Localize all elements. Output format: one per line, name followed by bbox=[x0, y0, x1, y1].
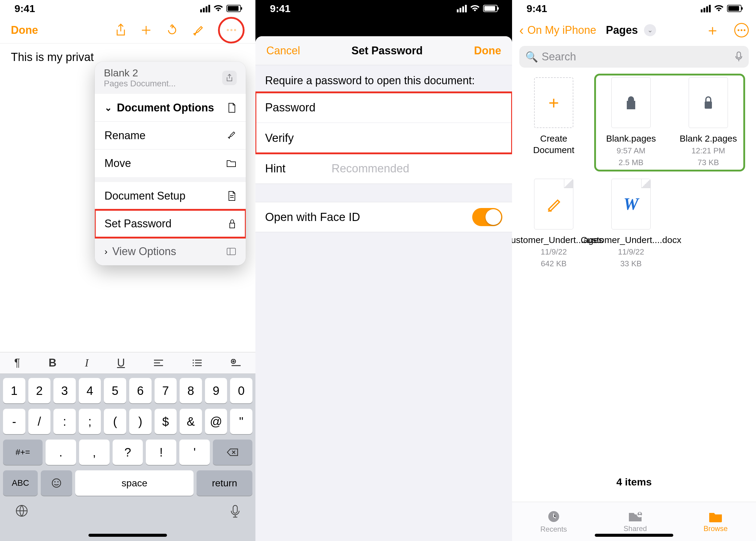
menu-document-setup[interactable]: Document Setup bbox=[95, 182, 246, 210]
hint-field[interactable]: Hint Recommended bbox=[256, 153, 512, 184]
file-tile[interactable]: W Customer_Undert....docx 11/9/22 33 KB bbox=[598, 179, 664, 269]
key-space[interactable]: space bbox=[75, 470, 194, 496]
popover-share-button[interactable] bbox=[222, 71, 237, 85]
key-abc[interactable]: ABC bbox=[3, 470, 38, 496]
key[interactable]: , bbox=[79, 440, 110, 465]
toolbar-icons bbox=[115, 17, 245, 43]
key[interactable]: & bbox=[180, 409, 202, 434]
key[interactable]: $ bbox=[155, 409, 177, 434]
key[interactable]: ? bbox=[113, 440, 143, 465]
mic-icon[interactable] bbox=[735, 51, 743, 62]
locked-files-highlight: Blank.pages 9:57 AM 2.5 MB Blank 2.pages… bbox=[598, 77, 742, 168]
plus-icon[interactable] bbox=[141, 25, 152, 36]
faceid-switch[interactable] bbox=[472, 208, 502, 226]
password-fields-highlight: Password Verify bbox=[256, 92, 512, 153]
chevron-right-icon: › bbox=[105, 247, 108, 257]
key[interactable]: ! bbox=[146, 440, 176, 465]
popover-header: Blank 2 Pages Document... bbox=[95, 62, 246, 94]
insert-icon[interactable] bbox=[231, 359, 241, 367]
more-icon[interactable] bbox=[227, 29, 236, 31]
password-field[interactable]: Password bbox=[256, 93, 512, 123]
home-indicator bbox=[89, 534, 167, 537]
key[interactable]: 8 bbox=[180, 378, 202, 403]
key[interactable]: - bbox=[3, 409, 25, 434]
list-icon[interactable] bbox=[192, 359, 202, 367]
wifi-icon bbox=[214, 5, 223, 12]
menu-set-password-highlight[interactable]: Set Password bbox=[95, 210, 246, 238]
keyboard-row-3: #+= . , ? ! ' bbox=[3, 440, 253, 465]
done-button[interactable]: Done bbox=[474, 44, 501, 57]
svg-rect-13 bbox=[705, 101, 712, 109]
home-indicator bbox=[595, 534, 673, 537]
key[interactable]: 6 bbox=[129, 378, 152, 403]
search-placeholder: Search bbox=[542, 50, 731, 63]
location-title: Pages bbox=[606, 24, 638, 37]
faceid-toggle-row: Open with Face ID bbox=[256, 202, 512, 232]
signal-icon bbox=[701, 5, 711, 12]
status-bar: 9:41 bbox=[512, 0, 756, 17]
location-menu-button[interactable]: ⌄ bbox=[644, 24, 656, 36]
file-tile[interactable]: Blank 2.pages 12:21 PM 73 KB bbox=[675, 77, 742, 168]
more-button-highlight bbox=[218, 17, 245, 43]
bold-button[interactable]: B bbox=[49, 356, 56, 369]
key[interactable]: . bbox=[46, 440, 76, 465]
key[interactable]: 3 bbox=[53, 378, 76, 403]
key[interactable]: 5 bbox=[104, 378, 126, 403]
key[interactable]: ( bbox=[104, 409, 126, 434]
key[interactable]: ) bbox=[129, 409, 152, 434]
key-backspace[interactable] bbox=[213, 440, 253, 465]
key[interactable]: 4 bbox=[79, 378, 101, 403]
tab-shared[interactable]: Shared bbox=[623, 510, 647, 533]
globe-icon[interactable] bbox=[15, 504, 28, 517]
create-thumb: + bbox=[534, 77, 573, 128]
italic-button[interactable]: I bbox=[85, 356, 89, 369]
align-icon[interactable] bbox=[153, 359, 164, 367]
file-thumb bbox=[689, 77, 728, 128]
menu-rename[interactable]: Rename bbox=[95, 122, 246, 150]
file-grid: + Create Document Blank.pages 9:57 AM 2.… bbox=[512, 68, 756, 278]
add-button[interactable]: ＋ bbox=[705, 21, 720, 40]
tab-recents[interactable]: Recents bbox=[540, 510, 567, 533]
key[interactable]: 7 bbox=[155, 378, 177, 403]
key[interactable]: / bbox=[28, 409, 51, 434]
tab-browse[interactable]: Browse bbox=[703, 510, 728, 533]
share-icon[interactable] bbox=[115, 24, 126, 37]
menu-move[interactable]: Move bbox=[95, 150, 246, 177]
back-button[interactable]: On My iPhone bbox=[527, 24, 596, 37]
key[interactable]: 0 bbox=[230, 378, 253, 403]
cancel-button[interactable]: Cancel bbox=[266, 44, 300, 57]
faceid-label: Open with Face ID bbox=[265, 211, 360, 224]
verify-field[interactable]: Verify bbox=[256, 123, 512, 153]
more-button[interactable] bbox=[734, 23, 749, 37]
key[interactable]: @ bbox=[205, 409, 227, 434]
folder-icon bbox=[227, 159, 236, 167]
popover-doc-sub: Pages Document... bbox=[104, 79, 176, 89]
mic-icon[interactable] bbox=[230, 504, 240, 519]
wifi-icon bbox=[470, 5, 479, 12]
brush-icon[interactable] bbox=[193, 24, 204, 36]
pilcrow-icon[interactable]: ¶ bbox=[14, 356, 20, 369]
key-return[interactable]: return bbox=[197, 470, 253, 496]
key-emoji[interactable] bbox=[41, 470, 72, 496]
menu-view-options[interactable]: › View Options bbox=[95, 238, 246, 266]
chevron-left-icon[interactable]: ‹ bbox=[519, 23, 524, 38]
key[interactable]: 1 bbox=[3, 378, 25, 403]
key[interactable]: " bbox=[230, 409, 253, 434]
key[interactable]: ; bbox=[79, 409, 101, 434]
key-numalt[interactable]: #+= bbox=[3, 440, 43, 465]
svg-point-6 bbox=[52, 479, 61, 487]
document-icon bbox=[228, 191, 236, 201]
undo-icon[interactable] bbox=[166, 24, 178, 36]
menu-document-options[interactable]: ⌄ Document Options bbox=[95, 94, 246, 122]
done-button[interactable]: Done bbox=[11, 24, 38, 37]
file-tile[interactable]: Customer_Undert...ages 11/9/22 642 KB bbox=[520, 179, 587, 269]
key[interactable]: 2 bbox=[28, 378, 51, 403]
browser-nav: ‹ On My iPhone Pages ⌄ ＋ bbox=[512, 17, 756, 43]
file-tile[interactable]: Blank.pages 9:57 AM 2.5 MB bbox=[598, 77, 664, 168]
key[interactable]: ' bbox=[179, 440, 210, 465]
search-field[interactable]: 🔍 Search bbox=[519, 46, 749, 68]
underline-button[interactable]: U bbox=[117, 356, 125, 369]
create-document-tile[interactable]: + Create Document bbox=[520, 77, 587, 168]
key[interactable]: : bbox=[53, 409, 76, 434]
key[interactable]: 9 bbox=[205, 378, 227, 403]
